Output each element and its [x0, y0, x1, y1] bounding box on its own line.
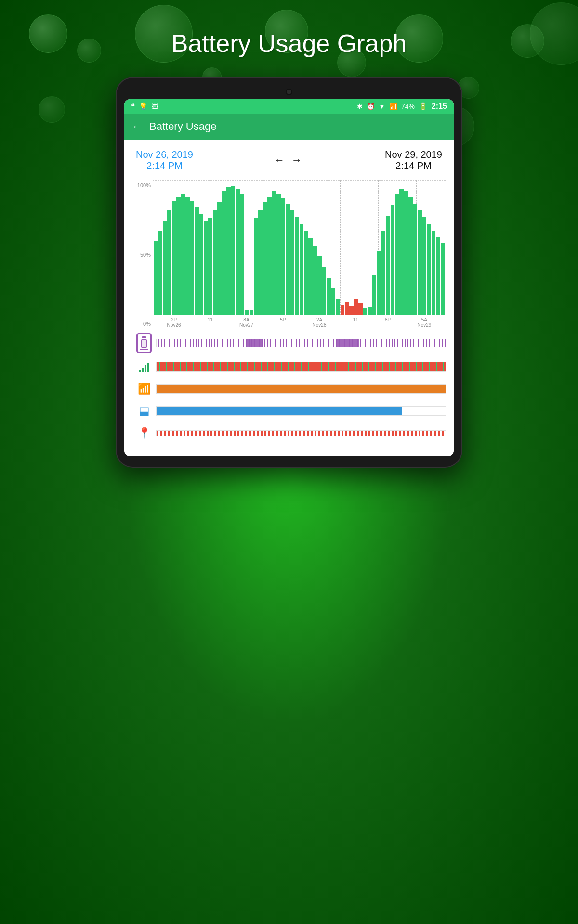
extra-icon-col: 📍: [132, 427, 156, 439]
wifi-icon: 📶: [138, 383, 151, 395]
x-label-3: 5P: [280, 317, 286, 328]
date-end: Nov 29, 2019 2:14 PM: [385, 149, 442, 171]
camera-dot: [286, 89, 292, 95]
extra-icon: 📍: [138, 427, 151, 439]
signal-bar-fill: [157, 362, 446, 371]
extra-activity-bar: [156, 430, 446, 436]
signal-icon: [139, 361, 149, 372]
battery-icon: 🔋: [419, 102, 428, 111]
start-date: Nov 26, 2019: [136, 149, 193, 160]
quote-icon: ❝: [131, 102, 135, 111]
wifi-activity-bar: [156, 384, 446, 394]
y-label-100: 100%: [132, 182, 153, 188]
phone-top: [124, 89, 454, 95]
signal-activity-bar: [156, 362, 446, 372]
activity-rows: 📶 ⬓ �: [132, 333, 446, 442]
bulb-icon: 💡: [139, 102, 148, 111]
phone-frame: ❝ 💡 🖼 ✱ ⏰ ▼ 📶 74% 🔋 2:15 ← Battery Usage: [116, 77, 462, 468]
status-bar: ❝ 💡 🖼 ✱ ⏰ ▼ 📶 74% 🔋 2:15: [124, 99, 454, 114]
wifi-activity-row: 📶: [132, 380, 446, 398]
back-button[interactable]: ←: [132, 120, 143, 133]
phone-screen: ❝ 💡 🖼 ✱ ⏰ ▼ 📶 74% 🔋 2:15 ← Battery Usage: [124, 99, 454, 456]
app-bar: ← Battery Usage: [124, 114, 454, 140]
x-label-2: 8ANov27: [239, 317, 253, 328]
battery-bars: [153, 180, 446, 315]
screen-ticks: [157, 339, 446, 347]
bluetooth-icon: ⬓: [139, 404, 150, 418]
chart-inner: [153, 180, 446, 315]
bluetooth-activity-row: ⬓: [132, 402, 446, 420]
signal-activity-row: [132, 358, 446, 375]
x-label-7: 5ANov29: [417, 317, 431, 328]
screen-icon-col: [132, 333, 156, 353]
page-title: Battery Usage Graph: [171, 29, 407, 58]
wifi-bar-fill: [157, 385, 446, 393]
start-time: 2:14 PM: [136, 160, 193, 171]
date-arrows[interactable]: ← →: [274, 154, 304, 167]
date-start: Nov 26, 2019 2:14 PM: [136, 149, 193, 171]
signal-icon-col: [132, 361, 156, 372]
battery-chart[interactable]: 100% 50% 0%: [132, 180, 446, 329]
extra-activity-row: 📍: [132, 424, 446, 442]
status-time: 2:15: [432, 102, 447, 111]
screen-activity-bar: [156, 339, 446, 347]
x-label-5: 11: [353, 317, 358, 328]
screen-icon: [136, 333, 152, 353]
wifi-icon-col: 📶: [132, 383, 156, 395]
wifi-status-icon: ▼: [379, 103, 385, 110]
app-bar-title: Battery Usage: [149, 120, 216, 133]
date-range: Nov 26, 2019 2:14 PM ← → Nov 29, 2019 2:…: [132, 149, 446, 171]
content-area: Nov 26, 2019 2:14 PM ← → Nov 29, 2019 2:…: [124, 140, 454, 456]
end-time: 2:14 PM: [385, 160, 442, 171]
image-icon: 🖼: [152, 103, 158, 110]
screen-activity-row: [132, 333, 446, 353]
status-left-icons: ❝ 💡 🖼: [131, 102, 158, 111]
bluetooth-activity-bar: [156, 406, 446, 416]
x-label-6: 8P: [385, 317, 391, 328]
x-axis-labels: 2PNov26 11 8ANov27 5P 2ANov28: [153, 315, 446, 329]
signal-status-icon: 📶: [389, 103, 397, 110]
y-label-0: 0%: [132, 321, 153, 327]
x-label-1: 11: [208, 317, 213, 328]
alarm-icon: ⏰: [367, 103, 375, 110]
x-label-0: 2PNov26: [167, 317, 181, 328]
bluetooth-bar-fill: [157, 407, 402, 415]
y-axis-labels: 100% 50% 0%: [132, 180, 153, 329]
status-right-icons: ✱ ⏰ ▼ 📶 74% 🔋 2:15: [357, 102, 447, 111]
battery-percent: 74%: [401, 103, 415, 110]
bluetooth-status-icon: ✱: [357, 103, 363, 110]
bluetooth-icon-col: ⬓: [132, 404, 156, 418]
x-label-4: 2ANov28: [313, 317, 327, 328]
y-label-50: 50%: [132, 252, 153, 257]
end-date: Nov 29, 2019: [385, 149, 442, 160]
